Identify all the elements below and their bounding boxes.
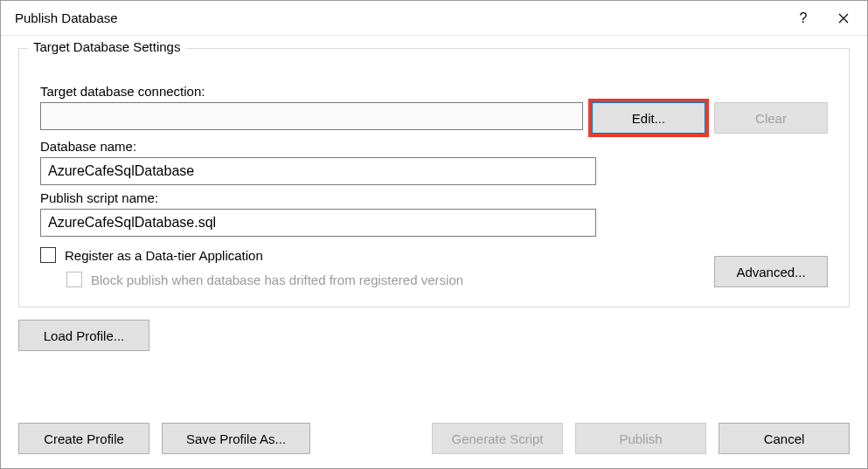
checkbox-box-icon [66, 272, 82, 287]
close-button[interactable] [823, 4, 864, 32]
block-publish-checkbox-label: Block publish when database has drifted … [91, 272, 463, 287]
clear-connection-button: Clear [714, 102, 828, 134]
dbname-input[interactable] [40, 157, 596, 185]
advanced-button[interactable]: Advanced... [714, 256, 828, 287]
close-icon [838, 13, 849, 24]
edit-connection-button[interactable]: Edit... [592, 102, 705, 134]
help-button[interactable]: ? [783, 4, 823, 32]
dbname-label: Database name: [40, 139, 828, 154]
save-profile-as-button[interactable]: Save Profile As... [162, 423, 310, 454]
cancel-button[interactable]: Cancel [719, 423, 850, 454]
target-database-settings-group: Target Database Settings Target database… [18, 48, 850, 307]
connection-label: Target database connection: [40, 84, 828, 99]
register-checkbox-label: Register as a Data-tier Application [65, 248, 263, 263]
load-profile-button[interactable]: Load Profile... [18, 320, 149, 351]
create-profile-button[interactable]: Create Profile [18, 423, 149, 454]
checkbox-box-icon [40, 247, 56, 263]
publish-button: Publish [575, 423, 706, 454]
block-publish-checkbox: Block publish when database has drifted … [66, 272, 704, 287]
bottom-button-row: Create Profile Save Profile As... Genera… [18, 410, 850, 454]
group-legend: Target Database Settings [28, 39, 185, 54]
help-icon: ? [800, 10, 808, 26]
connection-input[interactable] [40, 102, 583, 130]
dialog-content: Target Database Settings Target database… [1, 36, 867, 468]
script-label: Publish script name: [40, 190, 828, 205]
generate-script-button: Generate Script [432, 423, 563, 454]
script-input[interactable] [40, 209, 596, 237]
window-title: Publish Database [15, 10, 783, 25]
register-checkbox[interactable]: Register as a Data-tier Application [40, 247, 704, 263]
titlebar: Publish Database ? [1, 1, 867, 36]
